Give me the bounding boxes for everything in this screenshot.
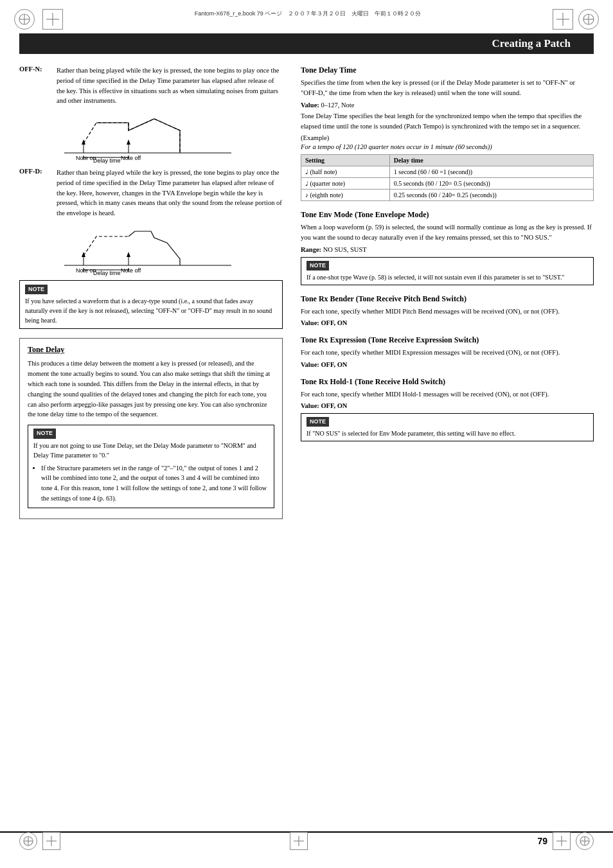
value-label: Value: bbox=[301, 102, 319, 109]
example-label: (Example) bbox=[301, 134, 594, 141]
table-cell-delay: 1 second (60 / 60 =1 (second)) bbox=[389, 166, 593, 178]
bottom-center-box bbox=[290, 832, 308, 850]
tone-rx-bender-value: Value: OFF, ON bbox=[301, 319, 594, 326]
note-text-1: If you have selected a waveform that is … bbox=[25, 296, 277, 325]
svg-text:Note on: Note on bbox=[76, 155, 96, 161]
off-d-body: Rather than being played while the key i… bbox=[57, 168, 283, 218]
table-row: ♩ (quarter note)0.5 seconds (60 / 120= 0… bbox=[301, 178, 594, 190]
tone-rx-hold-heading: Tone Rx Hold-1 (Tone Receive Hold Switch… bbox=[301, 377, 594, 387]
svg-marker-23 bbox=[82, 252, 85, 257]
tone-delay-box: Tone Delay This produces a time delay be… bbox=[19, 338, 283, 519]
tone-env-mode-body: When a loop waveform (p. 59) is selected… bbox=[301, 222, 594, 244]
svg-marker-12 bbox=[82, 139, 85, 145]
svg-text:Note off: Note off bbox=[121, 267, 141, 274]
svg-marker-25 bbox=[127, 252, 130, 257]
note-text-2: If you are not going to use Tone Delay, … bbox=[33, 441, 269, 460]
top-left-corner-box bbox=[42, 9, 63, 30]
tone-rx-hold-value: Value: OFF, ON bbox=[301, 402, 594, 409]
table-cell-setting: ♪ (eighth note) bbox=[301, 190, 390, 201]
note-box-2: NOTE If you are not going to use Tone De… bbox=[28, 425, 274, 508]
range-text: NO SUS, SUST bbox=[323, 246, 367, 253]
table-row: ♪ (eighth note)0.25 seconds (60 / 240= 0… bbox=[301, 190, 594, 201]
tone-delay-title: Tone Delay bbox=[28, 345, 274, 355]
top-right-corner-box bbox=[553, 9, 573, 30]
range-label: Range: bbox=[301, 246, 321, 253]
off-n-label: OFF-N: bbox=[19, 66, 50, 106]
tone-rx-bender-value-text: Value: OFF, ON bbox=[301, 319, 347, 326]
off-n-body: Rather than being played while the key i… bbox=[57, 66, 283, 106]
bullet-list: If the Structure parameters set in the r… bbox=[41, 463, 269, 504]
off-d-item: OFF-D: Rather than being played while th… bbox=[19, 168, 283, 218]
page-header: Fantom-X678_r_e.book 79 ページ ２００７年３月２０日 火… bbox=[0, 0, 613, 30]
bullet-item-1: If the Structure parameters set in the r… bbox=[41, 463, 269, 504]
tone-delay-time-desc: Tone Delay Time specifies the beat lengt… bbox=[301, 111, 594, 132]
tone-rx-expr-heading: Tone Rx Expression (Tone Receive Express… bbox=[301, 335, 594, 345]
envelope-diagram-1: Delay time Note on Note off bbox=[51, 111, 244, 163]
tone-rx-expr-value-text: Value: OFF, ON bbox=[301, 361, 347, 368]
tone-rx-hold-body: For each tone, specify whether MIDI Hold… bbox=[301, 389, 594, 400]
note-box-1: NOTE If you have selected a waveform tha… bbox=[19, 280, 283, 330]
note-box-4: NOTE If "NO SUS" is selected for Env Mod… bbox=[301, 413, 594, 442]
bottom-left-circle bbox=[19, 832, 37, 850]
right-column: Tone Delay Time Specifies the time from … bbox=[301, 66, 594, 519]
tone-delay-time-body: Specifies the time from when the key is … bbox=[301, 78, 594, 99]
table-cell-setting: ♩ (half note) bbox=[301, 166, 390, 178]
table-cell-delay: 0.25 seconds (60 / 240= 0.25 (seconds)) bbox=[389, 190, 593, 201]
note-box-3: NOTE If a one-shot type Wave (p. 58) is … bbox=[301, 257, 594, 286]
tone-delay-time-value: Value: 0–127, Note bbox=[301, 102, 594, 109]
table-cell-delay: 0.5 seconds (60 / 120= 0.5 (seconds)) bbox=[389, 178, 593, 190]
tone-env-mode-heading: Tone Env Mode (Tone Envelope Mode) bbox=[301, 210, 594, 220]
top-left-corner-mark bbox=[14, 9, 35, 30]
bottom-right-circle bbox=[576, 832, 594, 850]
tone-delay-body: This produces a time delay between the m… bbox=[28, 359, 274, 420]
bottom-left-box bbox=[42, 832, 60, 850]
bottom-right-box bbox=[553, 832, 571, 850]
table-col-delay: Delay time bbox=[389, 155, 593, 166]
envelope-diagram-2: Delay time Note on Note off bbox=[51, 224, 244, 275]
tone-env-range: Range: NO SUS, SUST bbox=[301, 246, 594, 253]
tone-rx-bender-body: For each tone, specify whether MIDI Pitc… bbox=[301, 306, 594, 317]
header-meta-text: Fantom-X678_r_e.book 79 ページ ２００７年３月２０日 火… bbox=[195, 9, 422, 18]
table-cell-setting: ♩ (quarter note) bbox=[301, 178, 390, 190]
example-text: For a tempo of 120 (120 quarter notes oc… bbox=[301, 143, 594, 150]
top-right-corner-mark bbox=[578, 9, 599, 30]
table-row: ♩ (half note)1 second (60 / 60 =1 (secon… bbox=[301, 166, 594, 178]
off-d-label: OFF-D: bbox=[19, 168, 50, 218]
note-text-3: If a one-shot type Wave (p. 58) is selec… bbox=[306, 272, 588, 282]
note-label-2: NOTE bbox=[33, 429, 56, 439]
svg-text:Note on: Note on bbox=[76, 267, 96, 274]
value-text: 0–127, Note bbox=[321, 102, 354, 109]
tone-rx-expr-body: For each tone, specify whether MIDI Expr… bbox=[301, 348, 594, 358]
tone-rx-expr-value: Value: OFF, ON bbox=[301, 361, 594, 368]
tone-rx-bender-heading: Tone Rx Bender (Tone Receive Pitch Bend … bbox=[301, 294, 594, 304]
tone-rx-hold-value-text: Value: OFF, ON bbox=[301, 402, 347, 409]
note-label-3: NOTE bbox=[306, 261, 329, 271]
title-bar: Creating a Patch bbox=[19, 33, 594, 54]
svg-text:Delay time: Delay time bbox=[93, 270, 121, 276]
page-number: 79 bbox=[537, 836, 547, 846]
svg-marker-14 bbox=[127, 139, 130, 145]
off-n-item: OFF-N: Rather than being played while th… bbox=[19, 66, 283, 106]
note-label-4: NOTE bbox=[306, 417, 329, 427]
page-footer: 79 bbox=[0, 832, 613, 850]
delay-table: Setting Delay time ♩ (half note)1 second… bbox=[301, 154, 594, 201]
table-col-setting: Setting bbox=[301, 155, 390, 166]
svg-text:Note off: Note off bbox=[121, 155, 141, 161]
tone-delay-time-heading: Tone Delay Time bbox=[301, 66, 594, 75]
main-content: OFF-N: Rather than being played while th… bbox=[0, 54, 613, 519]
left-column: OFF-N: Rather than being played while th… bbox=[19, 66, 283, 519]
page: Fantom-X678_r_e.book 79 ページ ２００７年３月２０日 火… bbox=[0, 0, 613, 868]
page-title: Creating a Patch bbox=[492, 37, 571, 49]
note-text-4: If "NO SUS" is selected for Env Mode par… bbox=[306, 429, 588, 438]
svg-text:Delay time: Delay time bbox=[93, 157, 121, 164]
note-label-1: NOTE bbox=[25, 285, 48, 295]
